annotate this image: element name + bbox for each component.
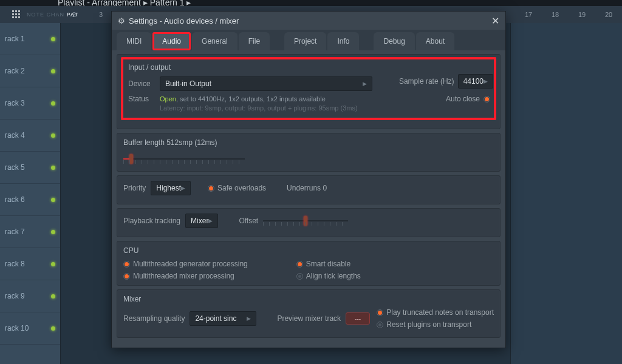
settings-titlebar[interactable]: ⚙ Settings - Audio devices / mixer ✕ [112, 12, 505, 30]
auto-close-toggle[interactable] [484, 96, 490, 103]
status-text: Open, set to 44100Hz, 1x2 outputs, 1x2 i… [160, 95, 326, 103]
cpu-opt-mtgen[interactable]: Multithreaded generator processing [123, 260, 248, 268]
cpu-opt-smart[interactable]: Smart disable [296, 260, 361, 268]
track-active-icon[interactable] [51, 262, 55, 266]
track-active-icon[interactable] [51, 101, 55, 106]
cpu-panel: CPU Multithreaded generator processing M… [117, 241, 501, 286]
underruns-label: Underruns 0 [287, 184, 327, 192]
track-row[interactable]: rack 1 [0, 23, 60, 55]
io-heading: Input / output [128, 63, 489, 72]
track-row[interactable]: rack 5 [0, 152, 60, 184]
status-label: Status [128, 95, 155, 103]
track-active-icon[interactable] [51, 69, 55, 73]
gear-icon: ⚙ [118, 16, 125, 25]
buffer-heading: Buffer length 512smp (12ms) [123, 138, 494, 147]
mixer-panel: Mixer Resampling quality 24-point sinc▶ … [117, 289, 501, 338]
offset-slider[interactable] [263, 214, 348, 228]
tick: 2 [61, 11, 87, 18]
sample-rate-label: Sample rate (Hz) [399, 77, 454, 86]
tab-audio[interactable]: Audio [152, 32, 191, 50]
cpu-opt-mtmix[interactable]: Multithreaded mixer processing [123, 272, 248, 280]
track-row[interactable]: rack 7 [0, 216, 60, 248]
priority-label: Priority [123, 184, 146, 192]
offset-label: Offset [239, 217, 258, 225]
tab-general[interactable]: General [192, 32, 238, 50]
tracking-label: Playback tracking [123, 217, 180, 225]
latency-text: Latency: input: 9smp, output: 9smp, outp… [160, 104, 358, 112]
track-list: rack 1 rack 2 rack 3 rack 4 rack 5 rack … [0, 23, 61, 364]
tick: 3 [87, 11, 114, 18]
track-active-icon[interactable] [51, 166, 55, 170]
settings-tabs: MIDI Audio General File Project Info Deb… [112, 30, 505, 50]
track-row[interactable]: rack 4 [0, 120, 60, 152]
track-row[interactable]: rack 9 [0, 280, 60, 312]
track-row[interactable]: rack 8 [0, 248, 60, 280]
sample-rate-select[interactable]: 44100▶ [458, 74, 493, 89]
close-icon[interactable]: ✕ [491, 15, 499, 27]
track-active-icon[interactable] [51, 326, 55, 331]
mixer-opt-truncated[interactable]: Play truncated notes on transport [377, 308, 494, 317]
tab-project[interactable]: Project [284, 32, 326, 50]
preview-label: Preview mixer track [277, 314, 341, 323]
tick: 19 [569, 11, 595, 18]
chevron-right-icon: ▶ [363, 81, 367, 87]
mixer-opt-reset[interactable]: Reset plugins on transport [377, 320, 494, 329]
tracking-select[interactable]: Mixer▶ [185, 214, 218, 228]
tab-file[interactable]: File [239, 32, 270, 50]
tracking-panel: Playback tracking Mixer▶ Offset [117, 208, 501, 237]
track-active-icon[interactable] [51, 37, 55, 41]
track-row[interactable]: rack 3 [0, 87, 60, 120]
settings-title: Settings - Audio devices / mixer [129, 16, 239, 25]
io-highlight-box: Input / output Device Built-in Output▶ S… [121, 57, 496, 120]
mode-labels: NOTE CHAN [27, 12, 64, 18]
tab-debug[interactable]: Debug [374, 32, 414, 50]
tab-midi[interactable]: MIDI [117, 32, 151, 50]
device-select[interactable]: Built-in Output▶ [160, 76, 372, 91]
track-row[interactable]: rack 10 [0, 312, 60, 345]
priority-panel: Priority Highest▶ Safe overloads Underru… [117, 175, 501, 204]
buffer-slider[interactable] [123, 152, 245, 166]
io-panel: Input / output Device Built-in Output▶ S… [117, 54, 501, 129]
tab-info[interactable]: Info [327, 32, 359, 50]
auto-close-label: Auto close [446, 95, 480, 103]
track-active-icon[interactable] [51, 133, 55, 138]
track-active-icon[interactable] [51, 294, 55, 298]
cpu-opt-align[interactable]: Align tick lengths [296, 272, 361, 280]
track-row[interactable]: rack 2 [0, 55, 60, 87]
tick: 20 [595, 11, 622, 18]
safe-overloads-option[interactable]: Safe overloads [208, 184, 266, 192]
track-row[interactable]: rack 6 [0, 184, 60, 216]
priority-select[interactable]: Highest▶ [151, 181, 191, 195]
tab-about[interactable]: About [416, 32, 454, 50]
resample-label: Resampling quality [123, 314, 185, 323]
tick: 17 [515, 11, 542, 18]
mixer-heading: Mixer [123, 295, 494, 303]
resample-select[interactable]: 24-point sinc▶ [190, 311, 256, 326]
grid-icon[interactable] [12, 10, 21, 19]
cpu-heading: CPU [123, 246, 494, 255]
tick: 18 [542, 11, 569, 18]
buffer-panel: Buffer length 512smp (12ms) [117, 133, 501, 172]
settings-window: ⚙ Settings - Audio devices / mixer ✕ MID… [111, 11, 506, 348]
preview-track-select[interactable]: --- [346, 312, 370, 325]
track-active-icon[interactable] [51, 198, 55, 202]
track-active-icon[interactable] [51, 230, 55, 234]
device-label: Device [128, 79, 155, 88]
